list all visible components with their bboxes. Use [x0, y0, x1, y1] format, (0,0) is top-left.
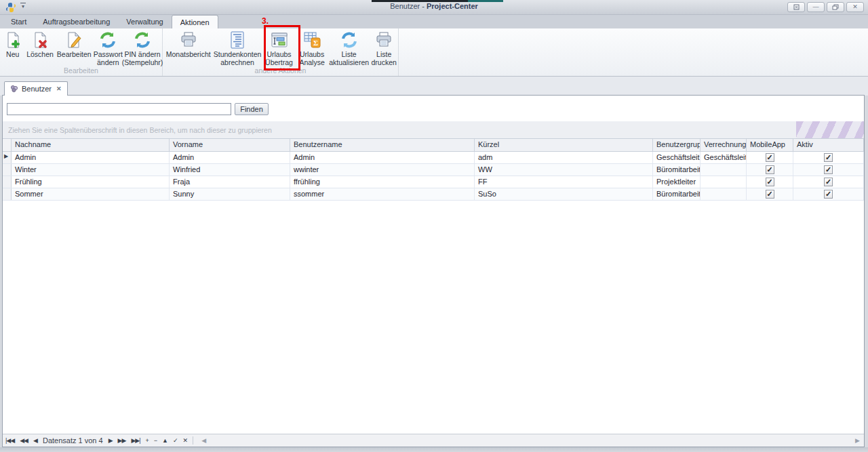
- cell-verrechnungs[interactable]: [701, 188, 747, 200]
- nav-next-page-icon[interactable]: ▶▶: [115, 437, 129, 444]
- cell-nachname[interactable]: Admin: [12, 152, 170, 163]
- nav-cancel-icon[interactable]: ✕: [180, 437, 191, 444]
- change-pin-icon: [134, 30, 151, 50]
- app-window: ▾ Benutzer - Project-Center — ✕ Start Au…: [0, 0, 868, 452]
- ribbon-tab-aktionen[interactable]: Aktionen: [172, 15, 218, 28]
- cell-nachname[interactable]: Frühling: [12, 176, 170, 188]
- cell-mobileapp[interactable]: ✓: [747, 188, 793, 200]
- urlaubs-uebertrag-button[interactable]: Urlaubs Übertrag: [262, 28, 297, 66]
- cell-verrechnungs[interactable]: [701, 176, 747, 188]
- cell-benutzergruppe[interactable]: Projektleiter: [653, 176, 701, 188]
- column-header-aktiv[interactable]: Aktiv: [793, 139, 864, 151]
- cell-benutzername[interactable]: ffrühling: [290, 176, 475, 188]
- cell-benutzername[interactable]: wwinter: [290, 164, 475, 176]
- cell-kuerzel[interactable]: FF: [475, 176, 653, 188]
- cell-verrechnungs[interactable]: [701, 164, 747, 176]
- refresh-icon: [340, 30, 358, 50]
- cell-verrechnungs[interactable]: Geschäftsleit...: [701, 152, 747, 163]
- nav-post-icon[interactable]: ✓: [170, 437, 180, 444]
- nav-next-icon[interactable]: ▶: [106, 437, 115, 444]
- loeschen-button[interactable]: Löschen: [24, 28, 55, 66]
- cell-aktiv[interactable]: ✓: [793, 188, 864, 200]
- fullscreen-button[interactable]: [787, 2, 805, 12]
- urlaubs-analyse-button[interactable]: Σ Urlaubs Analyse: [296, 28, 328, 66]
- restore-button[interactable]: [827, 2, 844, 12]
- nav-delete-icon[interactable]: −: [151, 437, 159, 444]
- cell-aktiv[interactable]: ✓: [793, 164, 864, 176]
- checkbox-checked[interactable]: ✓: [824, 153, 833, 162]
- cell-vorname[interactable]: Admin: [170, 152, 290, 163]
- cell-benutzergruppe[interactable]: Büromitarbeiter: [653, 164, 701, 176]
- column-header-nachname[interactable]: Nachname: [12, 139, 170, 151]
- passwort-aendern-button[interactable]: Passwort ändern: [93, 28, 123, 66]
- checkbox-checked[interactable]: ✓: [824, 165, 833, 174]
- ribbon-tab-auftragsbearbeitung[interactable]: Auftragsbearbeitung: [35, 15, 118, 28]
- nav-edit-icon[interactable]: ▲: [159, 437, 170, 444]
- table-row[interactable]: Frühling Fraja ffrühling FF Projektleite…: [3, 176, 864, 188]
- neu-button[interactable]: Neu: [1, 28, 24, 66]
- record-navigator: |◀◀ ◀◀ ◀ Datensatz 1 von 4 ▶ ▶▶ ▶▶| + − …: [3, 434, 864, 447]
- cell-benutzername[interactable]: ssommer: [290, 188, 475, 200]
- cell-kuerzel[interactable]: WW: [475, 164, 653, 176]
- table-row[interactable]: Sommer Sunny ssommer SuSo Büromitarbeite…: [3, 188, 864, 201]
- cell-vorname[interactable]: Sunny: [170, 188, 290, 200]
- nav-last-icon[interactable]: ▶▶|: [128, 437, 142, 444]
- ribbon-tab-verwaltung[interactable]: Verwaltung: [118, 15, 171, 28]
- checkbox-checked[interactable]: ✓: [766, 165, 774, 174]
- cell-benutzername[interactable]: Admin: [290, 152, 475, 163]
- monatsbericht-button[interactable]: Monatsbericht: [163, 28, 213, 66]
- hscroll-right-icon[interactable]: ▶: [855, 437, 860, 444]
- liste-drucken-button[interactable]: Liste drucken: [370, 28, 397, 66]
- column-header-kuerzel[interactable]: Kürzel: [475, 139, 653, 151]
- cell-benutzergruppe[interactable]: Büromitarbeiter: [653, 188, 701, 200]
- table-row[interactable]: Winter Winfried wwinter WW Büromitarbeit…: [3, 164, 864, 176]
- ribbon-tab-row: Start Auftragsbearbeitung Verwaltung Akt…: [0, 15, 868, 28]
- cell-nachname[interactable]: Winter: [12, 164, 170, 176]
- finden-button[interactable]: Finden: [235, 103, 269, 115]
- nav-prev-icon[interactable]: ◀: [31, 437, 40, 444]
- group-by-panel[interactable]: Ziehen Sie eine Spaltenüberschrift in di…: [3, 121, 864, 139]
- cell-mobileapp[interactable]: ✓: [747, 164, 793, 176]
- ribbon-tab-start[interactable]: Start: [3, 15, 35, 28]
- checkbox-checked[interactable]: ✓: [824, 190, 833, 199]
- nav-append-icon[interactable]: +: [143, 437, 151, 444]
- tab-close-icon[interactable]: ✕: [55, 85, 62, 92]
- column-header-benutzergruppe[interactable]: Benutzergrup...: [653, 139, 701, 151]
- checkbox-checked[interactable]: ✓: [766, 190, 774, 199]
- window-title-app: Project-Center: [427, 2, 478, 10]
- grid-empty-area: [3, 201, 864, 434]
- nav-prev-page-icon[interactable]: ◀◀: [17, 437, 31, 444]
- stundenkonten-abrechnen-button[interactable]: Stundenkonten abrechnen: [213, 28, 261, 66]
- column-header-vorname[interactable]: Vorname: [170, 139, 290, 151]
- cell-kuerzel[interactable]: SuSo: [475, 188, 653, 200]
- cell-nachname[interactable]: Sommer: [12, 188, 170, 200]
- bearbeiten-button[interactable]: Bearbeiten: [56, 28, 93, 66]
- cell-aktiv[interactable]: ✓: [793, 152, 864, 163]
- checkbox-checked[interactable]: ✓: [766, 153, 774, 162]
- cell-mobileapp[interactable]: ✓: [747, 176, 793, 188]
- cell-aktiv[interactable]: ✓: [793, 176, 864, 188]
- checkbox-checked[interactable]: ✓: [824, 178, 833, 186]
- column-header-benutzername[interactable]: Benutzername: [290, 139, 475, 151]
- cell-kuerzel[interactable]: adm: [475, 152, 653, 163]
- cell-mobileapp[interactable]: ✓: [747, 152, 793, 163]
- close-button[interactable]: ✕: [846, 2, 864, 12]
- liste-aktualisieren-button[interactable]: Liste aktualisieren: [328, 28, 370, 66]
- table-row[interactable]: ▶ Admin Admin Admin adm Geschäftsleit...…: [3, 152, 864, 164]
- hscroll-left-icon[interactable]: ◀: [199, 437, 208, 444]
- search-row: Finden: [3, 96, 864, 121]
- cell-vorname[interactable]: Fraja: [170, 176, 290, 188]
- minimize-button[interactable]: —: [807, 2, 825, 12]
- tab-benutzer[interactable]: Benutzer ✕: [4, 81, 68, 96]
- column-header-mobileapp[interactable]: MobileApp: [747, 139, 793, 151]
- column-header-verrechnungs[interactable]: Verrechnungs...: [701, 139, 747, 151]
- vacation-carryover-icon: [271, 30, 288, 50]
- window-title-context: Benutzer -: [390, 2, 427, 10]
- cell-vorname[interactable]: Winfried: [170, 164, 290, 176]
- pin-aendern-button[interactable]: PIN ändern (Stempeluhr): [123, 28, 161, 66]
- cell-benutzergruppe[interactable]: Geschäftsleit...: [653, 152, 701, 163]
- search-input[interactable]: [7, 103, 231, 115]
- checkbox-checked[interactable]: ✓: [766, 178, 774, 186]
- nav-first-icon[interactable]: |◀◀: [3, 437, 17, 444]
- window-title: Benutzer - Project-Center: [0, 2, 868, 10]
